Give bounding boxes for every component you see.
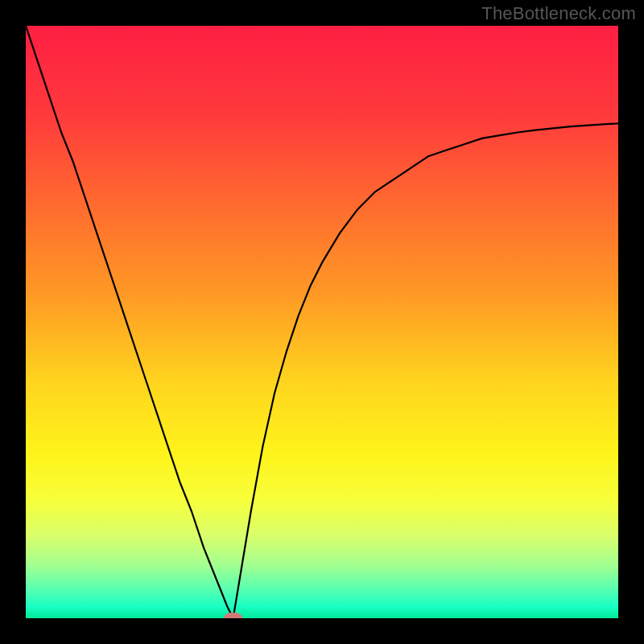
plot-area (26, 26, 618, 618)
chart-svg (26, 26, 618, 618)
watermark-text: TheBottleneck.com (481, 3, 636, 24)
chart-frame: TheBottleneck.com (0, 0, 644, 644)
gradient-background (26, 26, 618, 618)
